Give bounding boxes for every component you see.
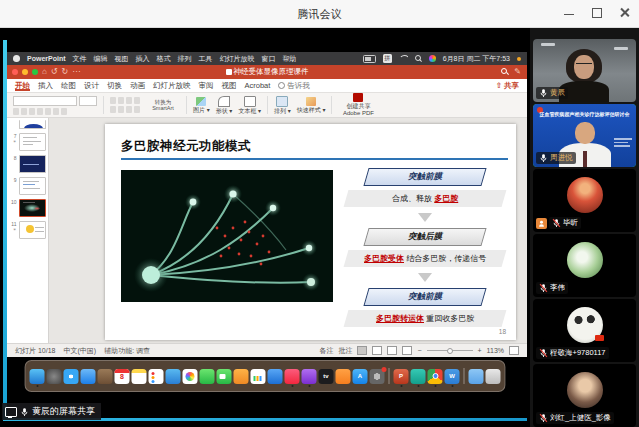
- zoom-slider[interactable]: [427, 350, 473, 351]
- dock-calendar-icon[interactable]: 8: [115, 369, 130, 384]
- tab-slideshow[interactable]: 幻灯片放映: [153, 81, 191, 91]
- tell-me-button[interactable]: 告诉我: [278, 81, 310, 91]
- flow-header-1[interactable]: 突触前膜: [363, 168, 486, 186]
- font-size-combobox[interactable]: [79, 96, 97, 106]
- slide-thumbnail-8[interactable]: [19, 155, 46, 173]
- slide-thumbnail-11[interactable]: [19, 221, 46, 239]
- menu-item-window[interactable]: 窗口: [262, 54, 276, 64]
- slide-thumbnail-10-selected[interactable]: [19, 199, 46, 217]
- slide-sorter-view-icon[interactable]: [372, 346, 382, 355]
- dock-finder-icon[interactable]: [30, 369, 45, 384]
- tab-insert[interactable]: 插入: [38, 81, 53, 91]
- slideshow-view-icon[interactable]: [402, 346, 412, 355]
- quick-styles-button[interactable]: 快速样式 ▾: [297, 97, 326, 113]
- share-button[interactable]: ⇧共享: [496, 81, 519, 91]
- neuron-image[interactable]: [121, 170, 333, 302]
- dock-mail-icon[interactable]: [81, 369, 96, 384]
- align-buttons[interactable]: [110, 106, 140, 113]
- font-style-buttons[interactable]: [13, 108, 97, 115]
- dock-trash-icon[interactable]: [486, 369, 501, 384]
- zoom-in-icon[interactable]: +: [478, 347, 482, 354]
- textbox-button[interactable]: 文本框 ▾: [238, 96, 261, 114]
- tab-home[interactable]: 开始: [15, 81, 30, 91]
- dock-music-icon[interactable]: [285, 369, 300, 384]
- maximize-icon[interactable]: [591, 6, 603, 18]
- dock-pages-icon[interactable]: [234, 369, 249, 384]
- input-method-indicator[interactable]: 拼: [383, 54, 392, 63]
- dock-launchpad-icon[interactable]: [47, 369, 62, 384]
- tab-view[interactable]: 视图: [222, 81, 237, 91]
- notes-button[interactable]: 备注: [319, 346, 333, 356]
- slide-thumbnail-panel[interactable]: 7✶ 8 9 10 11✶: [7, 118, 49, 343]
- picture-button[interactable]: 图片 ▾: [193, 97, 210, 113]
- language-indicator[interactable]: 中文(中国): [63, 346, 96, 356]
- flow-body-3[interactable]: 多巴胺转运体 重回收多巴胺: [344, 310, 507, 327]
- zoom-out-icon[interactable]: −: [417, 347, 421, 354]
- arrange-button[interactable]: 排列 ▾: [274, 96, 291, 114]
- participant-tile-chengjinghai[interactable]: 程敬海+9780117: [533, 299, 636, 362]
- edit-pencil-icon[interactable]: ✎: [514, 68, 521, 76]
- close-icon[interactable]: [619, 6, 631, 18]
- normal-view-icon[interactable]: [357, 346, 367, 355]
- dock-facetime-icon[interactable]: [217, 369, 232, 384]
- dock-keynote-icon[interactable]: [268, 369, 283, 384]
- list-buttons[interactable]: [110, 97, 140, 104]
- dock-messages-icon[interactable]: [200, 369, 215, 384]
- tab-acrobat[interactable]: Acrobat: [245, 81, 271, 90]
- flow-header-2[interactable]: 突触后膜: [363, 228, 486, 246]
- dock-numbers-icon[interactable]: [251, 369, 266, 384]
- battery-icon[interactable]: [363, 55, 376, 63]
- slide-title[interactable]: 多巴胺神经元功能模式: [121, 138, 251, 155]
- dock-books-icon[interactable]: [336, 369, 351, 384]
- dock-system-settings-icon[interactable]: [370, 369, 385, 384]
- menu-item-format[interactable]: 格式: [157, 54, 171, 64]
- dock-photos-icon[interactable]: [183, 369, 198, 384]
- dock-app-store-icon[interactable]: A: [353, 369, 368, 384]
- smartart-button[interactable]: 转换为SmartArt: [146, 99, 180, 112]
- comments-button[interactable]: 批注: [338, 346, 352, 356]
- dock-safari-icon[interactable]: [64, 369, 79, 384]
- font-name-combobox[interactable]: [13, 96, 77, 106]
- participant-tile-liuhong[interactable]: 刘红_上健医_影像: [533, 364, 636, 427]
- flow-header-3[interactable]: 突触前膜: [363, 288, 486, 306]
- menu-item-file[interactable]: 文件: [73, 54, 87, 64]
- slide-thumbnail-9[interactable]: [19, 177, 46, 195]
- menu-item-insert[interactable]: 插入: [136, 54, 150, 64]
- tab-design[interactable]: 设计: [84, 81, 99, 91]
- shapes-button[interactable]: 形状 ▾: [216, 96, 233, 114]
- zoom-level[interactable]: 113%: [487, 347, 504, 354]
- dock-reminders-icon[interactable]: [149, 369, 164, 384]
- slide-10[interactable]: 多巴胺神经元功能模式: [105, 124, 516, 340]
- menu-item-help[interactable]: 帮助: [283, 54, 297, 64]
- minimize-icon[interactable]: [563, 6, 575, 18]
- adobe-pdf-button[interactable]: 创建共享 Adobe PDF: [338, 93, 378, 117]
- tab-draw[interactable]: 绘图: [61, 81, 76, 91]
- menu-item-slideshow[interactable]: 幻灯片放映: [220, 54, 255, 64]
- dock-meeting-app-icon[interactable]: [411, 369, 426, 384]
- tab-animations[interactable]: 动画: [130, 81, 145, 91]
- wifi-icon[interactable]: [399, 55, 408, 62]
- dock-podcasts-icon[interactable]: [302, 369, 317, 384]
- tab-review[interactable]: 审阅: [199, 81, 214, 91]
- dock-downloads-folder-icon[interactable]: [469, 369, 484, 384]
- spotlight-search-icon[interactable]: [415, 55, 422, 62]
- participant-tile-huangchen[interactable]: 黄辰: [533, 39, 636, 102]
- tab-transitions[interactable]: 切换: [107, 81, 122, 91]
- menu-item-edit[interactable]: 编辑: [94, 54, 108, 64]
- accessibility-checker[interactable]: 辅助功能: 调查: [104, 346, 150, 356]
- dock-notes-icon[interactable]: [132, 369, 147, 384]
- slide-editing-canvas[interactable]: 多巴胺神经元功能模式: [49, 118, 527, 343]
- participant-tile-bixin[interactable]: 毕昕: [533, 169, 636, 232]
- dock-powerpoint-icon[interactable]: P: [394, 369, 409, 384]
- ppt-search-icon[interactable]: [501, 68, 508, 75]
- flow-body-1[interactable]: 合成、释放 多巴胺: [344, 190, 507, 207]
- dock-word-icon[interactable]: W: [445, 369, 460, 384]
- dock-weather-icon[interactable]: [166, 369, 181, 384]
- dock-apple-tv-icon[interactable]: tv: [319, 369, 334, 384]
- slide-thumbnail-7[interactable]: [19, 133, 46, 151]
- menu-item-view[interactable]: 视图: [115, 54, 129, 64]
- menu-app-name[interactable]: PowerPoint: [27, 55, 66, 62]
- apple-menu-icon[interactable]: [13, 55, 20, 62]
- menubar-clock[interactable]: 6月8日 周二 下午7:53: [443, 54, 510, 64]
- dock-photo-booth-icon[interactable]: [98, 369, 113, 384]
